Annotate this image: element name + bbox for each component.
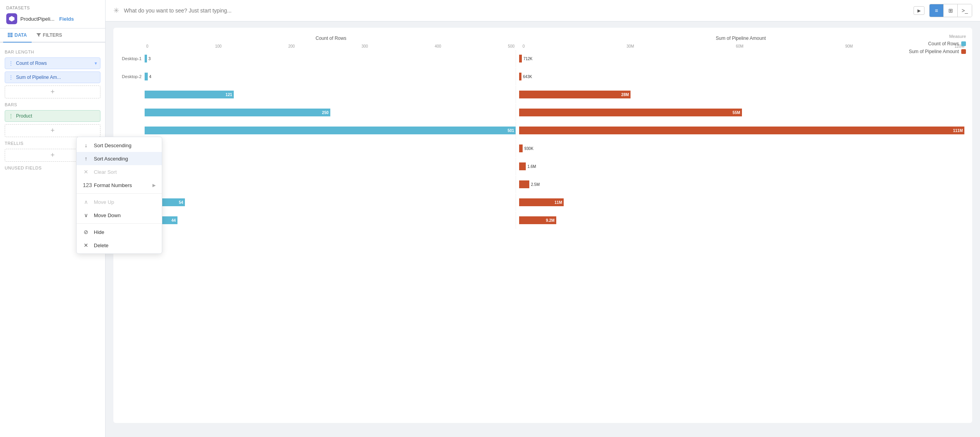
bar-fill-left-2: 121 bbox=[145, 91, 234, 98]
svg-rect-6 bbox=[11, 34, 13, 36]
view-table-button[interactable]: ⊞ bbox=[944, 4, 958, 17]
bar-fill-right-2: 28M bbox=[519, 91, 631, 98]
menu-item-hide[interactable]: ⊘Hide bbox=[77, 225, 162, 239]
row-labels-spacer bbox=[121, 36, 145, 41]
measure2-label: Sum of Pipeline Am... bbox=[16, 75, 61, 80]
bar-row-0: Desktop-13712K bbox=[121, 50, 964, 67]
add-bar-button[interactable]: + bbox=[5, 124, 100, 137]
bar-fill-right-9: 9.2M bbox=[519, 216, 556, 224]
product-pill[interactable]: ⋮ Product bbox=[5, 110, 100, 122]
left-axis-labels: 0 100 200 300 400 500 bbox=[145, 44, 514, 48]
menu-item-sort-ascending[interactable]: ↑Sort Ascending bbox=[77, 152, 162, 165]
right-axis-0: 0 bbox=[523, 44, 525, 48]
svg-marker-0 bbox=[9, 16, 14, 21]
add-measure-button[interactable]: + bbox=[5, 86, 100, 98]
left-axis-0: 0 bbox=[146, 44, 149, 48]
sidebar-header: Datasets ProductPipeli... Fields bbox=[0, 0, 105, 29]
bar-fill-right-8: 11M bbox=[519, 198, 564, 206]
menu-icon-clear-sort: ✕ bbox=[83, 169, 89, 175]
bar-sum-label-5: 930K bbox=[523, 146, 533, 151]
legend-count-label: Count of Rows bbox=[928, 41, 959, 46]
submenu-arrow-format-numbers: ▶ bbox=[152, 183, 156, 188]
product-label: Product bbox=[16, 113, 32, 119]
measure1-label: Count of Rows bbox=[16, 61, 47, 66]
menu-label-clear-sort: Clear Sort bbox=[94, 169, 117, 175]
search-input[interactable] bbox=[124, 7, 909, 14]
menu-item-move-down[interactable]: ∨Move Down bbox=[77, 209, 162, 222]
svg-rect-2 bbox=[9, 33, 11, 34]
legend-sum-item: Sum of Pipeline Amount bbox=[909, 49, 966, 54]
dataset-name[interactable]: ProductPipeli... bbox=[20, 16, 54, 22]
menu-label-move-up: Move Up bbox=[94, 199, 114, 205]
left-axis-400: 400 bbox=[435, 44, 441, 48]
bar-sum-label-7: 2.5M bbox=[529, 182, 539, 187]
bars-wrapper: Desktop-13712KDesktop-24643K12128M25055M… bbox=[121, 50, 964, 415]
drag-handle-measure2: ⋮ bbox=[8, 74, 14, 80]
bar-row-5: 4930K bbox=[121, 140, 964, 157]
bar-fill-right-4: 111M bbox=[519, 127, 964, 134]
bar-count-label-0: 3 bbox=[147, 57, 151, 61]
right-axis-30m: 30M bbox=[627, 44, 634, 48]
bar-row-label-1: Desktop-2 bbox=[121, 74, 145, 79]
tab-filters[interactable]: FILTERS bbox=[32, 29, 67, 43]
bar-count-label-1: 4 bbox=[148, 75, 152, 79]
left-axis-500: 500 bbox=[508, 44, 514, 48]
menu-icon-move-up: ∧ bbox=[83, 199, 89, 205]
axis-row: 0 100 200 300 400 500 0 30M 60M 90M 120M bbox=[121, 44, 964, 48]
legend-sum-label: Sum of Pipeline Amount bbox=[909, 49, 959, 54]
menu-item-delete[interactable]: ✕Delete bbox=[77, 239, 162, 252]
tab-filters-label: FILTERS bbox=[43, 32, 62, 38]
context-menu: ↓Sort Descending↑Sort Ascending✕Clear So… bbox=[76, 137, 162, 254]
dataset-icon bbox=[6, 13, 17, 24]
menu-label-delete: Delete bbox=[94, 243, 109, 248]
right-axis-labels: 0 30M 60M 90M 120M bbox=[514, 44, 964, 48]
chart-area: Measure Count of Rows Sum of Pipeline Am… bbox=[106, 21, 980, 437]
view-chart-button[interactable]: ≡ bbox=[930, 4, 944, 17]
menu-label-sort-descending: Sort Descending bbox=[94, 143, 131, 148]
bars-container: Desktop-13712KDesktop-24643K12128M25055M… bbox=[121, 50, 964, 229]
menu-icon-format-numbers: 123 bbox=[83, 182, 89, 188]
measure2-pill[interactable]: ⋮ Sum of Pipeline Am... bbox=[5, 71, 100, 83]
main-content: ✳ ▶ ≡ ⊞ >_ Measure Count of Rows Sum of … bbox=[106, 0, 980, 437]
left-axis-300: 300 bbox=[362, 44, 368, 48]
tab-data[interactable]: DATA bbox=[3, 29, 32, 43]
bar-fill-left-1 bbox=[145, 73, 148, 80]
bar-fill-right-0 bbox=[519, 55, 522, 62]
dropdown-arrow-measure1[interactable]: ▾ bbox=[95, 61, 97, 66]
topbar: ✳ ▶ ≡ ⊞ >_ bbox=[106, 0, 980, 21]
view-code-button[interactable]: >_ bbox=[958, 4, 972, 17]
bar-fill-right-7 bbox=[519, 180, 529, 188]
axis-spacer bbox=[121, 44, 145, 48]
fields-label[interactable]: Fields bbox=[59, 16, 74, 22]
bar-sum-label-6: 1.6M bbox=[526, 164, 536, 169]
menu-item-clear-sort: ✕Clear Sort bbox=[77, 165, 162, 178]
left-axis-200: 200 bbox=[288, 44, 295, 48]
menu-item-sort-descending[interactable]: ↓Sort Descending bbox=[77, 139, 162, 152]
bar-row-2: 12128M bbox=[121, 86, 964, 103]
bar-row-7: 112.5M bbox=[121, 176, 964, 193]
menu-item-move-up: ∧Move Up bbox=[77, 195, 162, 209]
menu-item-format-numbers[interactable]: 123Format Numbers▶ bbox=[77, 178, 162, 192]
legend-count-dot bbox=[961, 41, 966, 46]
bar-sum-label-0: 712K bbox=[522, 57, 532, 61]
bar-row-8: 5411M bbox=[121, 194, 964, 211]
menu-icon-hide: ⊘ bbox=[83, 229, 89, 235]
sidebar-tabs: DATA FILTERS bbox=[0, 29, 105, 43]
drag-handle-measure1: ⋮ bbox=[8, 60, 14, 66]
menu-label-hide: Hide bbox=[94, 229, 104, 235]
bar-row-label-0: Desktop-1 bbox=[121, 56, 145, 61]
menu-icon-sort-descending: ↓ bbox=[83, 142, 89, 148]
bar-sum-label-1: 643K bbox=[521, 75, 532, 79]
right-axis-90m: 90M bbox=[845, 44, 853, 48]
dataset-row: ProductPipeli... Fields bbox=[6, 13, 99, 24]
play-button[interactable]: ▶ bbox=[914, 6, 924, 15]
measure1-pill[interactable]: ⋮ Count of Rows ▾ bbox=[5, 57, 100, 69]
menu-label-sort-ascending: Sort Ascending bbox=[94, 156, 128, 162]
menu-divider-6 bbox=[77, 223, 162, 224]
menu-label-move-down: Move Down bbox=[94, 212, 121, 218]
datasets-label: Datasets bbox=[6, 5, 99, 10]
bar-fill-right-3: 55M bbox=[519, 109, 742, 116]
left-chart-title: Count of Rows bbox=[145, 36, 517, 41]
view-toggle: ≡ ⊞ >_ bbox=[929, 4, 972, 17]
bar-row-4: 501111M bbox=[121, 122, 964, 139]
